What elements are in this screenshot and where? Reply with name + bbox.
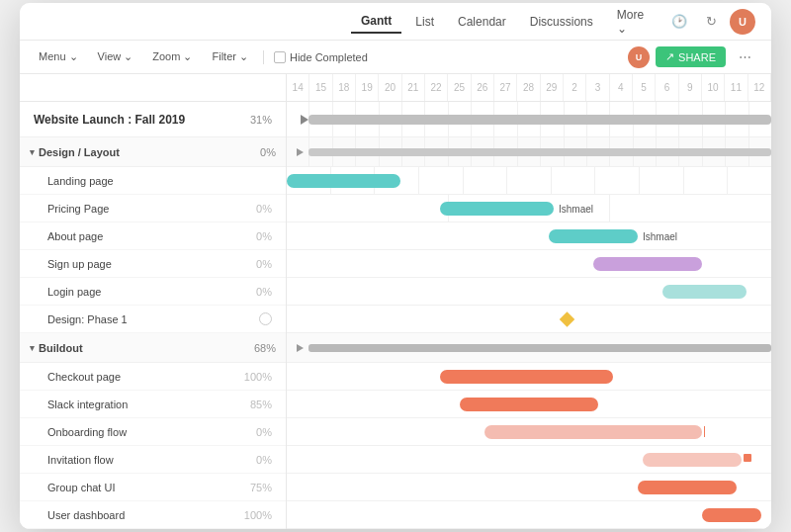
date-18: 18: [333, 74, 356, 101]
onboarding-indicator: [704, 426, 705, 437]
invitation-bar: [643, 453, 742, 467]
about-bar-label: Ishmael: [643, 230, 677, 241]
task-name: Onboarding flow: [47, 426, 256, 438]
date-4: 4: [610, 74, 633, 101]
grid-col: [507, 167, 552, 194]
grid-col: [684, 167, 729, 194]
date-28: 28: [517, 74, 540, 101]
gantt-task-dashboard: [287, 501, 771, 529]
date-22: 22: [425, 74, 448, 101]
task-name: Landing page: [47, 175, 272, 187]
project-pct: 31%: [250, 114, 272, 126]
section-title: ▾ Buildout: [30, 342, 254, 354]
date-10: 10: [702, 74, 725, 101]
grid-col: [287, 222, 771, 249]
gantt-task-onboarding: [287, 418, 771, 446]
buildout-arrow-indicator: [297, 344, 304, 352]
date-19: 19: [356, 74, 379, 101]
task-onboarding-flow: Onboarding flow 0%: [20, 418, 286, 446]
gantt-date-header: 14 15 18 19 20 21 22 25 26 27 28 29 2 3 …: [287, 74, 771, 102]
task-signup-page: Sign up page 0%: [20, 250, 286, 278]
tab-list[interactable]: List: [405, 11, 444, 33]
tab-gantt[interactable]: Gantt: [351, 10, 401, 34]
date-2: 2: [564, 74, 586, 101]
groupchat-bar: [638, 481, 737, 494]
nav-tabs: Gantt List Calendar Discussions More ⌄: [351, 4, 666, 40]
date-14: 14: [287, 74, 309, 101]
hide-completed-label: Hide Completed: [290, 51, 368, 63]
grid-col: [287, 195, 449, 222]
grid-col: [610, 195, 771, 222]
refresh-icon[interactable]: ↻: [698, 9, 724, 35]
section-buildout[interactable]: ▾ Buildout 68%: [20, 333, 286, 363]
task-pct: 0%: [256, 286, 272, 298]
task-name: Group chat UI: [47, 482, 250, 493]
view-button[interactable]: View ⌄: [93, 48, 138, 65]
gantt-task-pricing: Ishmael: [287, 195, 771, 222]
app-window: Gantt List Calendar Discussions More ⌄ 🕑…: [20, 3, 771, 529]
section-arrow-indicator: [301, 115, 308, 125]
dashboard-bar: [702, 508, 761, 522]
milestone-checkbox[interactable]: [259, 312, 272, 325]
tab-calendar[interactable]: Calendar: [448, 11, 516, 33]
tab-more[interactable]: More ⌄: [607, 4, 666, 40]
separator: [263, 50, 264, 64]
history-icon[interactable]: 🕑: [666, 9, 692, 35]
section-design-layout[interactable]: ▾ Design / Layout 0%: [20, 137, 286, 167]
task-name: Invitation flow: [47, 454, 256, 466]
task-about-page: About page 0%: [20, 222, 286, 250]
more-options-icon[interactable]: ⋯: [732, 44, 757, 70]
task-slack-integration: Slack integration 85%: [20, 391, 286, 418]
gantt-section-design: [287, 137, 771, 167]
grid-col: [287, 306, 771, 332]
hide-completed-checkbox[interactable]: [274, 51, 286, 63]
top-nav: Gantt List Calendar Discussions More ⌄ 🕑…: [20, 3, 771, 41]
task-name: Sign up page: [47, 258, 256, 270]
gantt-task-slack: [287, 391, 771, 418]
user-avatar[interactable]: U: [730, 9, 755, 35]
date-9: 9: [679, 74, 702, 101]
date-20: 20: [379, 74, 401, 101]
gantt-panel[interactable]: 14 15 18 19 20 21 22 25 26 27 28 29 2 3 …: [287, 74, 771, 529]
gantt-project-row: [287, 102, 771, 137]
task-pct: 0%: [256, 230, 272, 242]
design-phase1-diamond: [560, 311, 575, 327]
invitation-marker: [744, 454, 751, 462]
nav-right: 🕑 ↻ U: [666, 9, 755, 35]
task-name: Design: Phase 1: [47, 313, 253, 325]
zoom-button[interactable]: Zoom ⌄: [147, 48, 197, 65]
task-pct: 100%: [244, 509, 272, 521]
filter-button[interactable]: Filter ⌄: [207, 48, 253, 65]
grid-col: [728, 167, 771, 194]
toolbar-avatar[interactable]: U: [628, 46, 650, 68]
task-landing-page: Landing page: [20, 167, 286, 195]
grid-col: [640, 167, 684, 194]
pricing-bar-label: Ishmael: [559, 203, 593, 214]
share-button[interactable]: ↗ SHARE: [656, 46, 726, 67]
task-name: About page: [47, 230, 256, 242]
task-design-phase1: Design: Phase 1: [20, 306, 286, 333]
task-pct: 0%: [256, 258, 272, 270]
hide-completed-option: Hide Completed: [274, 51, 368, 63]
task-pct: 0%: [256, 203, 272, 215]
gantt-task-invitation: [287, 446, 771, 474]
gantt-task-login: [287, 278, 771, 306]
pricing-page-bar: [440, 202, 554, 216]
landing-page-bar: [287, 174, 400, 188]
date-21: 21: [402, 74, 425, 101]
menu-button[interactable]: Menu ⌄: [34, 48, 83, 65]
slack-bar: [460, 398, 598, 411]
section-pct: 0%: [260, 146, 276, 158]
section-gantt-bar: [308, 148, 771, 156]
task-pct: 0%: [256, 454, 272, 466]
task-pct: 100%: [244, 371, 272, 383]
date-3: 3: [586, 74, 609, 101]
date-26: 26: [472, 74, 494, 101]
gantt-inner: 14 15 18 19 20 21 22 25 26 27 28 29 2 3 …: [287, 74, 771, 529]
grid-col: [595, 167, 640, 194]
project-gantt-bar: [308, 115, 771, 125]
gantt-section-buildout: [287, 333, 771, 363]
tab-discussions[interactable]: Discussions: [520, 11, 603, 33]
task-login-page: Login page 0%: [20, 278, 286, 306]
task-pricing-page: Pricing Page 0%: [20, 195, 286, 222]
